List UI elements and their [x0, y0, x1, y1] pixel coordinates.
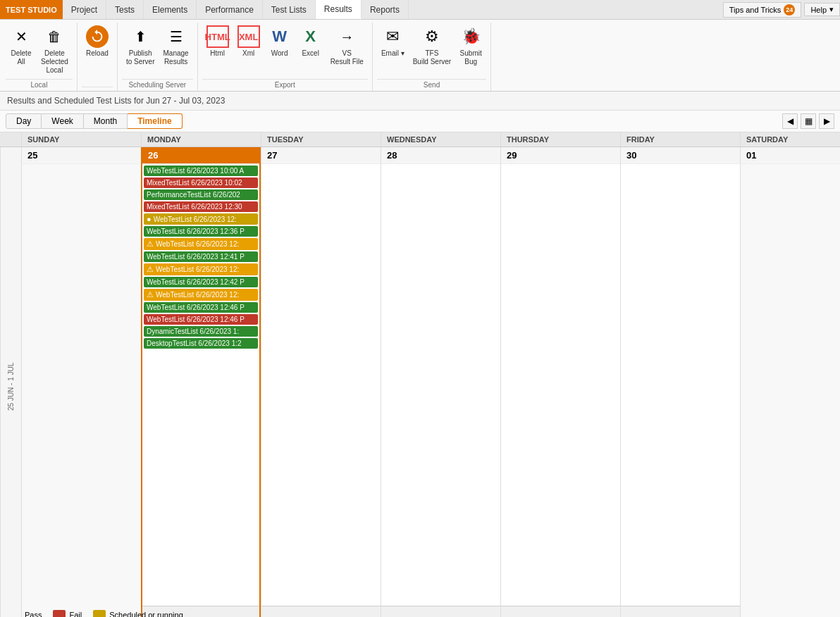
warn-icon: ⚠ — [147, 265, 154, 274]
cal-day-wednesday: 28 — [381, 147, 500, 164]
cal-day-monday: 26 — [142, 147, 259, 164]
cal-header-saturday: SATURDAY — [740, 132, 840, 147]
ribbon-group-scheduling: ⬆ Publishto Server ☰ ManageResults Sched… — [118, 23, 198, 91]
nav-tab-tests[interactable]: Tests — [106, 0, 144, 19]
calendar: SUNDAY MONDAY TUESDAY WEDNESDAY THURSDAY… — [0, 132, 840, 617]
event-item[interactable]: DynamicTestList 6/26/2023 1: — [144, 326, 258, 337]
html-label: Html — [210, 49, 225, 58]
vs-result-label: VSResult File — [331, 49, 364, 66]
cal-day-tuesday: 27 — [261, 147, 381, 164]
event-item[interactable]: WebTestList 6/26/2023 12:46 P — [144, 314, 258, 325]
event-item[interactable]: MixedTestList 6/26/2023 10:02 — [144, 177, 258, 188]
month-view-button[interactable]: Month — [84, 113, 128, 129]
event-item[interactable]: WebTestList 6/26/2023 12:41 P — [144, 251, 258, 262]
cal-col-tuesday: 27 — [261, 147, 381, 617]
xml-export-button[interactable]: XML Xml — [233, 23, 264, 61]
manage-results-button[interactable]: ☰ ManageResults — [159, 23, 193, 69]
cal-next-button[interactable]: ▶ — [819, 113, 834, 129]
tfs-label: TFSBuild Server — [413, 49, 451, 66]
help-chevron-icon: ▾ — [829, 5, 834, 14]
nav-tab-results[interactable]: Results — [316, 0, 362, 19]
ribbon-group-local-items: ✕ DeleteAll 🗑 DeleteSelectedLocal — [6, 23, 73, 77]
cal-col-wednesday: 28 — [381, 147, 500, 617]
event-item[interactable]: ⚠WebTestList 6/26/2023 12: — [144, 289, 258, 301]
reload-icon — [86, 25, 109, 48]
email-label: Email ▾ — [381, 49, 404, 58]
tfs-build-server-button[interactable]: ⚙ TFSBuild Server — [409, 23, 455, 69]
ribbon-group-reload-items: Reload — [82, 23, 113, 85]
calendar-nav: Day Week Month Timeline ◀ ▦ ▶ — [0, 111, 840, 132]
publish-to-server-button[interactable]: ⬆ Publishto Server — [122, 23, 159, 69]
cal-header-tuesday: TUESDAY — [261, 132, 381, 147]
submit-bug-icon: 🐞 — [459, 25, 482, 48]
vs-result-icon: → — [335, 25, 358, 48]
timeline-view-button[interactable]: Timeline — [128, 113, 182, 129]
nav-tab-reports[interactable]: Reports — [362, 0, 409, 19]
reload-button[interactable]: Reload — [82, 23, 113, 61]
help-button[interactable]: Help ▾ — [804, 3, 840, 16]
app-title: TEST STUDIO — [0, 0, 63, 19]
tips-badge: 24 — [784, 4, 795, 15]
delete-all-button[interactable]: ✕ DeleteAll — [6, 23, 37, 69]
cal-week-label: 25 JUN - 1 JUL — [0, 147, 21, 617]
html-export-button[interactable]: HTML Html — [202, 23, 233, 61]
reload-label: Reload — [86, 49, 109, 58]
delete-selected-local-button[interactable]: 🗑 DeleteSelectedLocal — [37, 23, 73, 77]
event-item[interactable]: WebTestList 6/26/2023 10:00 A — [144, 166, 258, 176]
word-export-button[interactable]: W Word — [264, 23, 295, 61]
cal-header-friday: FRIDAY — [620, 132, 740, 147]
legend-scheduled-label: Scheduled or running — [109, 611, 183, 618]
cal-events-tuesday — [261, 164, 381, 617]
nav-tab-testlists[interactable]: Test Lists — [263, 0, 316, 19]
cal-col-thursday: 29 — [500, 147, 620, 617]
cal-events-thursday — [501, 164, 620, 617]
day-view-button[interactable]: Day — [6, 113, 42, 129]
event-item[interactable]: WebTestList 6/26/2023 12:36 P — [144, 226, 258, 237]
cal-events-monday[interactable]: WebTestList 6/26/2023 10:00 A MixedTestL… — [142, 164, 259, 617]
excel-export-button[interactable]: X Excel — [295, 23, 326, 61]
submit-bug-button[interactable]: 🐞 SubmitBug — [455, 23, 486, 69]
ribbon-group-export: HTML Html XML Xml W Word X Excel → VSRes… — [198, 23, 373, 91]
nav-tab-project[interactable]: Project — [63, 0, 106, 19]
event-item[interactable]: ⚠WebTestList 6/26/2023 12: — [144, 263, 258, 275]
cal-prev-button[interactable]: ◀ — [782, 113, 798, 129]
delete-all-icon: ✕ — [10, 25, 32, 48]
email-button[interactable]: ✉ Email ▾ — [377, 23, 409, 61]
email-icon: ✉ — [381, 25, 404, 48]
cal-header-row-label — [0, 132, 21, 147]
word-icon: W — [268, 25, 291, 48]
event-item[interactable]: PerformanceTestList 6/26/202 — [144, 189, 258, 200]
excel-icon: X — [299, 25, 322, 48]
tips-tricks-button[interactable]: Tips and Tricks 24 — [723, 2, 802, 18]
cal-col-saturday: 01 — [740, 147, 840, 617]
ribbon-group-scheduling-label: Scheduling Server — [122, 79, 193, 91]
view-buttons: Day Week Month Timeline — [6, 113, 183, 129]
html-icon: HTML — [206, 25, 229, 48]
event-item[interactable]: MixedTestList 6/26/2023 12:30 — [144, 201, 258, 212]
cal-day-sunday: 25 — [22, 147, 141, 164]
results-header-text: Results and Scheduled Test Lists for Jun… — [7, 96, 225, 106]
cal-header-monday: MONDAY — [141, 132, 261, 147]
cal-col-sunday: 25 — [21, 147, 141, 617]
event-item[interactable]: WebTestList 6/26/2023 12:46 P — [144, 302, 258, 313]
nav-tab-performance[interactable]: Performance — [197, 0, 263, 19]
xml-label: Xml — [242, 49, 254, 58]
help-label: Help — [810, 6, 827, 14]
week-view-button[interactable]: Week — [42, 113, 83, 129]
warn-icon: ⚠ — [147, 290, 154, 299]
publish-label: Publishto Server — [126, 49, 155, 66]
delete-all-label: DeleteAll — [11, 49, 32, 66]
cal-columns: 25 26 WebTestList 6/26/2023 10:00 A Mixe… — [21, 147, 840, 617]
event-item[interactable]: ⚠WebTestList 6/26/2023 12: — [144, 238, 258, 250]
cal-grid-button[interactable]: ▦ — [801, 113, 816, 129]
event-item[interactable]: DesktopTestList 6/26/2023 1:2 — [144, 338, 258, 349]
nav-tabs: Project Tests Elements Performance Test … — [63, 0, 409, 19]
event-item[interactable]: WebTestList 6/26/2023 12:42 P — [144, 277, 258, 287]
warn-icon: ⚠ — [147, 239, 154, 249]
manage-results-label: ManageResults — [163, 49, 189, 66]
vs-result-file-button[interactable]: → VSResult File — [326, 23, 368, 69]
legend-fail-label: Fail — [69, 611, 82, 618]
event-item[interactable]: ●WebTestList 6/26/2023 12: — [144, 213, 258, 225]
excel-label: Excel — [302, 49, 319, 58]
nav-tab-elements[interactable]: Elements — [144, 0, 197, 19]
